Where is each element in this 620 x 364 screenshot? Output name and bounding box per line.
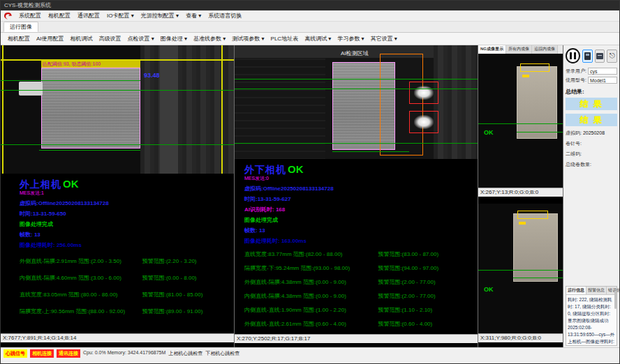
camera-save-button[interactable] <box>582 50 593 63</box>
page-tab-row: 运行图像 <box>1 22 619 33</box>
camera-icon <box>584 52 591 60</box>
menu-view[interactable]: 查看 ▾ <box>183 11 204 20</box>
warn-range: 预警范围:(89.00 - 91.00) <box>142 308 231 315</box>
main-area: 匹配阈值:93, 动态阈值:100 93.48 外上相机OK MES发送:1 虚… <box>1 45 619 347</box>
green-measure-line <box>517 132 563 132</box>
warn-range: 预警范围:(2.00 - 77.00) <box>378 292 475 300</box>
measure-text: 内侧直线-隔膜:4.60mm 范围:(3.00 - 6.00) <box>20 274 142 282</box>
machinery-right <box>434 45 478 159</box>
tool-advanced-settings[interactable]: 高级设置 <box>96 33 124 44</box>
virtual-code-line: 虚拟码:Offline20250208133134728 <box>244 185 475 192</box>
exit-button[interactable]: ⎋ <box>607 50 617 63</box>
spacer <box>235 343 478 347</box>
info-log-text[interactable]: 耗时: 222, 绕隔检测耗时: 17, 绕隔分类耗时: 0, 绕隔提取分区耗时… <box>566 295 617 345</box>
tool-ai-use-config[interactable]: AI使用配置 <box>34 33 67 44</box>
tab-all-images[interactable]: 所有内成像 <box>506 45 532 54</box>
green-measure-line <box>1 144 234 145</box>
tool-offline-debug[interactable]: 离线调试 ▾ <box>302 33 334 44</box>
menu-system-config[interactable]: 系统配置 <box>16 11 44 20</box>
app-logo-icon <box>3 12 13 20</box>
model-field[interactable]: Model1 <box>588 77 617 84</box>
green-measure-line <box>332 151 409 152</box>
lower-camera-image[interactable]: AI检测区域 <box>235 45 478 159</box>
warn-range: 预警范围:(0.00 - 8.00) <box>142 274 231 282</box>
info-scrollbar[interactable] <box>614 291 617 309</box>
menu-light-config[interactable]: 光源控制配置 ▾ <box>138 11 182 20</box>
warn-range: 预警范围:(2.00 - 77.00) <box>378 278 475 286</box>
tab-run-info[interactable]: 运行信息 <box>566 287 586 294</box>
login-user-field[interactable]: cys <box>588 68 617 75</box>
yellow-roi-rect <box>517 211 548 219</box>
spacer <box>566 172 617 286</box>
cpu-memory-text: Cpu: 0.0% Memory: 3424.41796875M <box>83 349 165 355</box>
tab-run-image[interactable]: 运行图像 <box>3 22 38 32</box>
warn-range: 预警范围:(0.60 - 4.00) <box>378 320 475 328</box>
threshold-overlay-label: 匹配阈值:93, 动态阈值:100 <box>41 61 140 68</box>
sidebar-buttons: ⎋ <box>566 48 617 63</box>
menu-language-switch[interactable]: 系统语言切换 <box>205 11 244 20</box>
measure-text: 内侧直线-隔膜:4.38mm 范围:(0.00 - 9.00) <box>244 292 378 300</box>
tool-test-params[interactable]: 测试项参数 ▾ <box>229 33 267 44</box>
upper-result-block: 外上相机OK MES发送:1 虚拟码:Offline20250208133134… <box>1 174 234 333</box>
pause-icon <box>570 52 576 59</box>
upper-camera-image[interactable]: 匹配阈值:93, 动态阈值:100 93.48 <box>1 45 234 174</box>
tool-other-settings[interactable]: 其它设置 ▾ <box>368 33 400 44</box>
menu-camera-config[interactable]: 相机配置 <box>45 11 73 20</box>
elapsed-line: 图像处理耗时: 256.00ms <box>20 241 231 249</box>
measurement-row: 内侧直线-隔膜:4.38mm 范围:(0.00 - 9.00)预警范围:(2.0… <box>244 292 475 300</box>
mini-views-column: NG成像显示 所有内成像 追踪内成像 OK X:267;Y:13;R:0;G:0… <box>478 45 563 347</box>
measure-text: 外侧直线-隔膜:4.38mm 范围:(0.00 - 9.00) <box>244 278 378 286</box>
machinery-band <box>140 45 234 174</box>
menu-comm-config[interactable]: 通讯配置 <box>75 11 103 20</box>
lower-camera-heartbeat-check[interactable]: 下相机心跳检查 <box>205 349 239 357</box>
mini-camera-image-1[interactable]: OK <box>478 54 563 188</box>
spacer <box>478 197 563 204</box>
upper-camera-heartbeat-check[interactable]: 上相机心跳检查 <box>168 349 202 357</box>
spacer <box>1 342 234 347</box>
winding-count-row: 总绕卷数量: <box>566 161 617 168</box>
virtual-code-label: 虚拟码: <box>566 130 582 135</box>
warn-range: 预警范围:(2.20 - 3.20) <box>142 257 231 265</box>
info-panel: 运行信息 报警信息 错误信息 耗时: 222, 绕隔检测耗时: 17, 绕隔分类… <box>566 286 617 346</box>
warn-range: 预警范围:(83.00 - 87.00) <box>378 250 475 258</box>
measure-text: 直线宽度:83.05mm 范围:(80.00 - 86.00) <box>20 291 142 298</box>
tool-baseline-params[interactable]: 基准线参数 ▾ <box>191 33 228 44</box>
green-measure-line <box>478 123 563 124</box>
tool-learn-params[interactable]: 学习参数 ▾ <box>334 33 367 44</box>
tool-spot-check[interactable]: 点检设置 ▾ <box>125 33 157 44</box>
measurement-list: 外侧直线-隔膜:2.91mm 范围:(2.00 - 3.50)预警范围:(2.2… <box>20 257 231 315</box>
total-result-label: 总结果: <box>566 88 617 96</box>
tab-error-info[interactable]: 错误信息 <box>607 287 620 294</box>
frame-count-line: 帧数: 13 <box>244 227 475 234</box>
green-measure-line <box>235 89 478 89</box>
heartbeat-badge: 心跳信号 <box>3 349 27 358</box>
result-ok: OK <box>63 178 79 190</box>
tool-camera-config[interactable]: 相机配置 <box>5 33 33 44</box>
yellow-roi-rect <box>520 63 549 72</box>
yellow-guide-line-left <box>2 45 3 174</box>
tool-plc-address[interactable]: PLC地址表 <box>268 33 302 44</box>
warn-range: 预警范围:(81.00 - 85.00) <box>142 291 231 298</box>
yellow-marker <box>519 222 526 225</box>
tab-alarm-info[interactable]: 报警信息 <box>586 287 607 294</box>
mini-camera-image-2[interactable]: OK <box>478 204 563 333</box>
qrcode-row: 二维码: <box>566 151 617 158</box>
measure-text: 直线宽度:83.77mm 范围:(82.00 - 88.00) <box>244 250 378 258</box>
mini-ok-label: OK <box>484 286 494 293</box>
upper-coords-bar: X:7677;Y:891;R:14;G:14;B:14 <box>1 333 234 342</box>
tab-ng-image[interactable]: NG成像显示 <box>478 45 506 54</box>
measure-text: 外侧直线-隔膜:2.91mm 范围:(2.00 - 3.50) <box>20 257 142 265</box>
tab-track-images[interactable]: 追踪内成像 <box>532 45 558 54</box>
green-measure-line <box>513 278 563 278</box>
mini-coords-bar-1: X:267;Y:13;R:0;G:0;B:0 <box>478 188 563 197</box>
device-button[interactable] <box>595 50 605 63</box>
measurement-row: 外侧直线-隔膜:2.91mm 范围:(2.00 - 3.50)预警范围:(2.2… <box>20 257 231 265</box>
tool-camera-debug[interactable]: 相机调试 <box>68 33 96 44</box>
pause-button[interactable] <box>566 48 580 63</box>
warn-range: 预警范围:(1.10 - 2.10) <box>378 306 475 314</box>
model-row: 使用型号: Model1 <box>566 77 617 84</box>
app-window: CYS-视觉检测系统 系统配置 相机配置 通讯配置 IO卡配置 ▾ 光源控制配置… <box>0 0 620 364</box>
menu-io-config[interactable]: IO卡配置 ▾ <box>104 11 137 20</box>
match-score-value: 93.48 <box>144 72 160 79</box>
tool-image-process[interactable]: 图像处理 ▾ <box>158 33 190 44</box>
